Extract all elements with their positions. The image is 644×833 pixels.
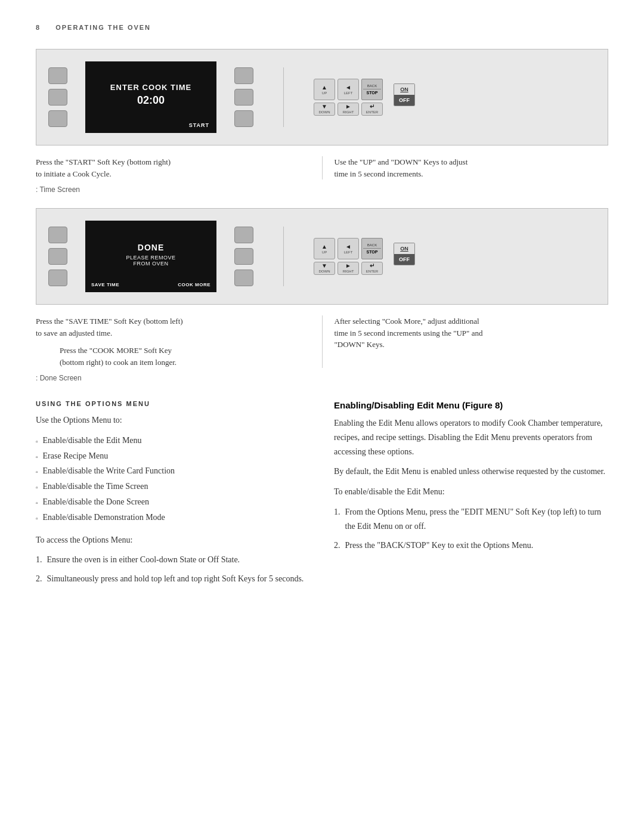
figure2-panel-divider bbox=[283, 227, 284, 286]
f2-right-arrow-icon: ► bbox=[345, 262, 351, 270]
options-menu-title: USING THE OPTIONS MENU bbox=[36, 400, 310, 407]
figure1-label: Time Screen bbox=[36, 185, 608, 194]
page-header: 8 OPERATING THE OVEN bbox=[36, 24, 608, 31]
on-off-key[interactable]: ON OFF bbox=[394, 83, 415, 106]
f2-right-key[interactable]: ► RIGHT bbox=[338, 262, 359, 274]
list-item-3: ▫ Enable/disable the Time Screen bbox=[36, 479, 310, 494]
figure2-right-soft-keys bbox=[234, 227, 253, 286]
f2-soft-key-r3[interactable] bbox=[234, 270, 253, 286]
screen-done-subtitle: PLEASE REMOVE FROM OVEN bbox=[126, 255, 175, 267]
f2-soft-key-1[interactable] bbox=[48, 227, 67, 243]
content-columns: USING THE OPTIONS MENU Use the Options M… bbox=[36, 400, 608, 594]
list-item-5: ▫ Enable/disable Demonstration Mode bbox=[36, 510, 310, 525]
figure1-keypad: ▲ UP ◄ LEFT BACK STOP ▼ DOWN bbox=[314, 79, 415, 115]
options-numbered-list: 1. Ensure the oven is in either Cool-dow… bbox=[36, 553, 310, 586]
edit-menu-step-1: 1. From the Options Menu, press the "EDI… bbox=[334, 505, 608, 534]
figure2-left-soft-keys bbox=[48, 227, 67, 286]
figure2-caption-right: After selecting "Cook More," adjust addi… bbox=[322, 315, 609, 368]
enter-key[interactable]: ↵ ENTER bbox=[361, 103, 383, 115]
bullet-3: ▫ bbox=[36, 482, 38, 494]
f2-soft-key-r1[interactable] bbox=[234, 227, 253, 243]
soft-key-1[interactable] bbox=[48, 67, 67, 84]
edit-menu-step-2: 2. Press the "BACK/STOP" Key to exit the… bbox=[334, 538, 608, 553]
figure1-caption-left: Press the "START" Soft Key (bottom right… bbox=[36, 156, 322, 179]
access-title: To access the Options Menu: bbox=[36, 533, 310, 547]
up-key[interactable]: ▲ UP bbox=[314, 79, 335, 100]
options-menu-intro: Use the Options Menu to: bbox=[36, 413, 310, 428]
edit-menu-numbered-list: 1. From the Options Menu, press the "EDI… bbox=[334, 505, 608, 552]
options-step-1: 1. Ensure the oven is in either Cool-dow… bbox=[36, 553, 310, 567]
figure1-captions: Press the "START" Soft Key (bottom right… bbox=[36, 150, 608, 185]
f2-down-key[interactable]: ▼ DOWN bbox=[314, 262, 335, 274]
soft-key-r3[interactable] bbox=[234, 110, 253, 127]
on-key-label: ON bbox=[394, 84, 414, 95]
soft-key-3[interactable] bbox=[48, 110, 67, 127]
options-step-2: 2. Simultaneously press and hold top lef… bbox=[36, 572, 310, 586]
edit-menu-para1: Enabling the Edit Menu allows operators … bbox=[334, 416, 608, 459]
left-key[interactable]: ◄ LEFT bbox=[338, 79, 359, 100]
screen-done-bottom-labels: SAVE TIME COOK MORE bbox=[85, 282, 216, 287]
f2-soft-key-3[interactable] bbox=[48, 270, 67, 286]
screen-enter-cook-time: ENTER COOK TIME bbox=[110, 83, 191, 92]
figure1-diagram: ENTER COOK TIME 02:00 START ▲ UP ◄ LEFT bbox=[36, 49, 608, 145]
list-item-1: ▫ Erase Recipe Menu bbox=[36, 449, 310, 463]
soft-key-r2[interactable] bbox=[234, 89, 253, 106]
screen-time-value: 02:00 bbox=[137, 94, 165, 107]
f2-left-key[interactable]: ◄ LEFT bbox=[338, 238, 359, 259]
edit-menu-title: Enabling/Disabling Edit Menu (Figure 8) bbox=[334, 400, 608, 410]
figure2-diagram: DONE PLEASE REMOVE FROM OVEN SAVE TIME C… bbox=[36, 208, 608, 305]
list-item-2: ▫ Enable/disable the Write Card Function bbox=[36, 464, 310, 478]
figure2-captions: Press the "SAVE TIME" Soft Key (bottom l… bbox=[36, 309, 608, 374]
figure1-caption-right: Use the "UP" and "DOWN" Keys to adjust t… bbox=[322, 156, 609, 179]
options-menu-section: USING THE OPTIONS MENU Use the Options M… bbox=[36, 400, 310, 594]
right-key[interactable]: ► RIGHT bbox=[338, 103, 359, 115]
up-arrow-icon: ▲ bbox=[321, 84, 327, 91]
bullet-1: ▫ bbox=[36, 452, 38, 463]
figure2-label: Done Screen bbox=[36, 374, 608, 382]
figure2-caption-left: Press the "SAVE TIME" Soft Key (bottom l… bbox=[36, 315, 322, 368]
figure2-caption-middle: Press the "COOK MORE" Soft Key (bottom r… bbox=[36, 345, 310, 368]
bullet-0: ▫ bbox=[36, 436, 38, 448]
f2-left-arrow-icon: ◄ bbox=[345, 243, 351, 250]
soft-key-r1[interactable] bbox=[234, 67, 253, 84]
down-arrow-icon: ▼ bbox=[321, 103, 327, 110]
options-list: ▫ Enable/disable the Edit Menu ▫ Erase R… bbox=[36, 433, 310, 525]
figure2-display: DONE PLEASE REMOVE FROM OVEN SAVE TIME C… bbox=[85, 221, 216, 292]
cook-more-label: COOK MORE bbox=[178, 282, 210, 287]
f2-back-stop-key[interactable]: BACK STOP bbox=[361, 238, 383, 259]
enter-icon: ↵ bbox=[370, 103, 374, 110]
panel-divider bbox=[283, 67, 284, 127]
f2-soft-key-r2[interactable] bbox=[234, 248, 253, 265]
right-arrow-icon: ► bbox=[345, 103, 351, 110]
list-item-0: ▫ Enable/disable the Edit Menu bbox=[36, 433, 310, 448]
screen-done-title: DONE bbox=[138, 243, 164, 252]
edit-menu-para2: By default, the Edit Menu is enabled unl… bbox=[334, 465, 608, 479]
list-item-4: ▫ Enable/disable the Done Screen bbox=[36, 495, 310, 509]
section-title: OPERATING THE OVEN bbox=[55, 24, 151, 31]
right-soft-keys bbox=[234, 67, 253, 127]
soft-key-2[interactable] bbox=[48, 89, 67, 106]
page-number: 8 bbox=[36, 24, 41, 31]
edit-menu-enable-title: To enable/disable the Edit Menu: bbox=[334, 485, 608, 499]
f2-enter-key[interactable]: ↵ ENTER bbox=[361, 262, 383, 274]
f2-up-arrow-icon: ▲ bbox=[321, 243, 327, 250]
off-key-label: OFF bbox=[394, 95, 414, 106]
screen-start-label: START bbox=[189, 122, 209, 128]
left-arrow-icon: ◄ bbox=[345, 84, 351, 91]
save-time-label: SAVE TIME bbox=[91, 282, 119, 287]
f2-enter-icon: ↵ bbox=[370, 262, 374, 270]
f2-down-arrow-icon: ▼ bbox=[321, 262, 327, 270]
down-key[interactable]: ▼ DOWN bbox=[314, 103, 335, 115]
back-stop-key[interactable]: BACK STOP bbox=[361, 79, 383, 100]
f2-off-key-label: OFF bbox=[394, 254, 414, 265]
edit-menu-section: Enabling/Disabling Edit Menu (Figure 8) … bbox=[334, 400, 608, 594]
bullet-5: ▫ bbox=[36, 513, 38, 525]
f2-soft-key-2[interactable] bbox=[48, 248, 67, 265]
f2-on-key-label: ON bbox=[394, 243, 414, 254]
bullet-2: ▫ bbox=[36, 467, 38, 478]
f2-up-key[interactable]: ▲ UP bbox=[314, 238, 335, 259]
bullet-4: ▫ bbox=[36, 498, 38, 509]
figure2-keypad: ▲ UP ◄ LEFT BACK STOP ▼ DOWN ► bbox=[314, 238, 415, 274]
f2-on-off-key[interactable]: ON OFF bbox=[394, 243, 415, 265]
left-soft-keys bbox=[48, 67, 67, 127]
